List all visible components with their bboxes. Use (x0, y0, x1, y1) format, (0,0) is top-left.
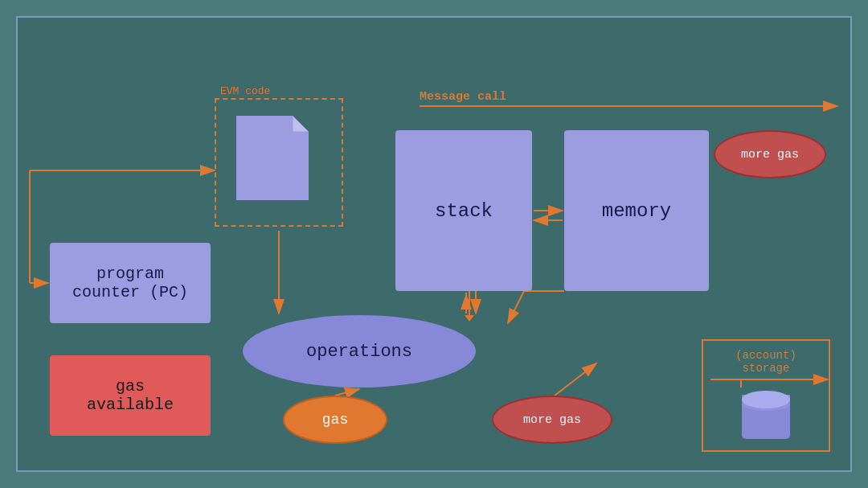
svg-line-16 (555, 363, 596, 396)
memory-box: memory (564, 130, 709, 291)
program-counter-label: program counter (PC) (72, 265, 188, 301)
stack-label: stack (435, 200, 493, 222)
more-gas-bottom-center-ellipse: more gas (492, 396, 612, 444)
evm-code-container: EVM code (215, 98, 343, 227)
more-gas-top-right-label: more gas (741, 148, 799, 162)
stack-box: stack (395, 130, 532, 291)
svg-line-15 (335, 389, 359, 396)
gas-available-label: gas available (87, 377, 174, 414)
operations-ellipse: operations (243, 315, 476, 388)
account-storage-label: (account) storage (735, 349, 796, 375)
program-counter-box: program counter (PC) (50, 243, 211, 323)
evm-code-label: EVM code (220, 85, 270, 97)
gas-ellipse: gas (283, 396, 387, 444)
memory-label: memory (602, 200, 671, 222)
gas-available-box: gas available (50, 355, 211, 436)
more-gas-bottom-center-label: more gas (523, 413, 581, 427)
diagram-canvas: program counter (PC) gas available EVM c… (16, 16, 852, 472)
cylinder-icon (734, 383, 798, 439)
svg-marker-10 (465, 315, 474, 322)
gas-label: gas (322, 412, 348, 428)
account-storage-box: (account) storage (702, 339, 830, 452)
message-call-label: Message call (420, 90, 506, 104)
more-gas-top-right-ellipse: more gas (714, 130, 826, 178)
evm-doc-icon (232, 112, 321, 208)
operations-label: operations (306, 342, 412, 362)
